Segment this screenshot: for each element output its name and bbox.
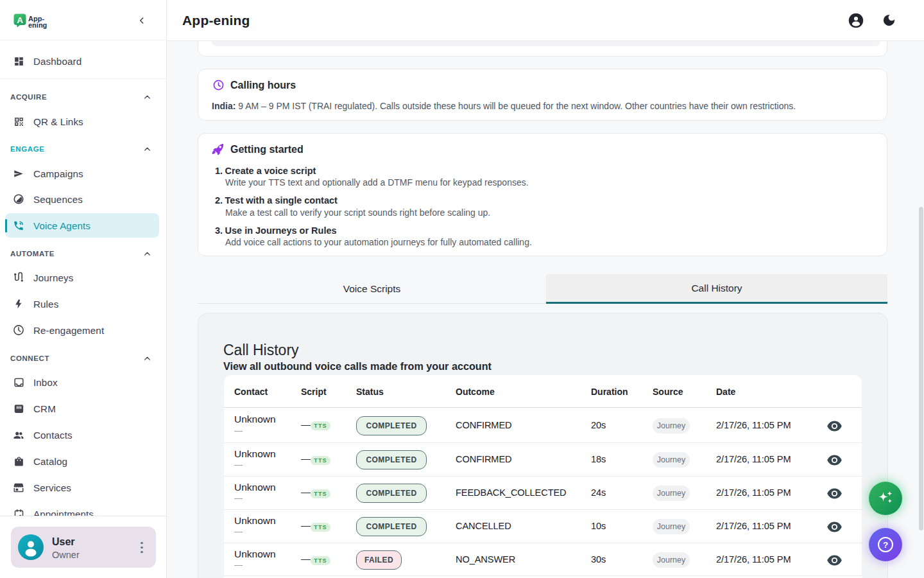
svg-text:?: ? [883, 540, 888, 550]
svg-text:A: A [17, 15, 23, 25]
